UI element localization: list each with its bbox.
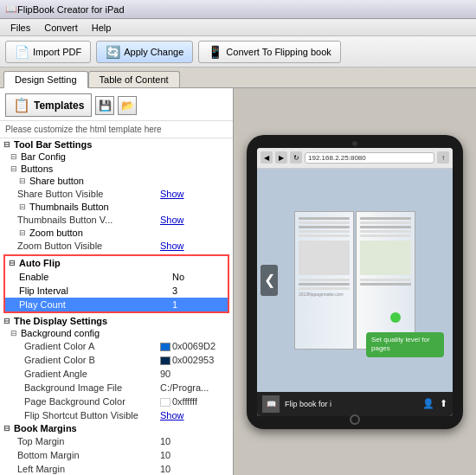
thumbnails-label: Thumbnails Button bbox=[29, 202, 109, 212]
app-icon: 📖 bbox=[5, 3, 17, 15]
bg-image-label: Background Image File bbox=[10, 382, 160, 393]
page-image-right bbox=[360, 241, 411, 275]
flipbook-title: Flip book for i bbox=[285, 400, 417, 408]
enable-value[interactable]: No bbox=[172, 272, 224, 282]
menu-convert[interactable]: Convert bbox=[37, 21, 85, 35]
import-pdf-button[interactable]: 📄 Import PDF bbox=[5, 41, 91, 63]
setting-thumbnails-visible: Thumbnails Button V... Show bbox=[0, 213, 233, 227]
tree-buttons[interactable]: ⊟ Buttons bbox=[0, 163, 233, 175]
tab-content[interactable]: Table of Content bbox=[88, 71, 180, 87]
import-icon: 📄 bbox=[15, 45, 29, 59]
share-visible-value[interactable]: Show bbox=[160, 189, 229, 199]
setting-gradient-b: Gradient Color B 0x002953 bbox=[0, 353, 233, 367]
page-right bbox=[356, 211, 415, 350]
apply-change-label: Apply Change bbox=[124, 47, 183, 57]
flipbook-share-icon[interactable]: ⬆ bbox=[440, 398, 447, 409]
templates-header: 📋 Templates 💾 📂 bbox=[0, 88, 233, 121]
tree-bar-config[interactable]: ⊟ Bar Config bbox=[0, 151, 233, 163]
interval-label: Flip Interval bbox=[9, 286, 172, 296]
flipbook-person-icon[interactable]: 👤 bbox=[422, 398, 434, 409]
tree-book-margins[interactable]: ⊟ Book Margins bbox=[0, 422, 233, 434]
ipad-browser-bar: ◀ ▶ ↻ 192.168.2.25:8080 ↑ bbox=[257, 148, 453, 169]
customize-text: Please customize the html template here bbox=[0, 121, 233, 138]
templates-icon: 📋 bbox=[13, 97, 30, 113]
convert-button[interactable]: 📱 Convert To Flipping book bbox=[198, 41, 340, 63]
flip-shortcut-value[interactable]: Show bbox=[160, 410, 229, 420]
ipad-frame: ◀ ▶ ↻ 192.168.2.25:8080 ↑ ❮ bbox=[247, 135, 463, 429]
tree-share-button[interactable]: ⊟ Share button bbox=[0, 175, 233, 187]
top-margin-label: Top Margin bbox=[10, 436, 160, 446]
apply-change-button[interactable]: 🔄 Apply Change bbox=[96, 41, 193, 63]
tree-display-settings[interactable]: ⊟ The Display Settings bbox=[0, 315, 233, 327]
left-margin-value: 10 bbox=[160, 464, 229, 474]
book-margins-label: Book Margins bbox=[14, 423, 77, 433]
title-bar: 📖 FlipBook Creator for iPad bbox=[0, 0, 476, 19]
menu-bar: Files Convert Help bbox=[0, 19, 476, 36]
prev-page-button[interactable]: ❮ bbox=[261, 265, 278, 296]
tree-thumbnails-button[interactable]: ⊟ Thumbnails Button bbox=[0, 201, 233, 213]
ipad-home-button[interactable] bbox=[350, 414, 360, 425]
zoom-visible-value[interactable]: Show bbox=[160, 241, 229, 251]
page-url: 2013flippagemake.com bbox=[299, 292, 350, 297]
gradient-angle-label: Gradient Angle bbox=[10, 369, 160, 379]
ipad-content: ❮ bbox=[257, 169, 453, 392]
left-margin-label: Left Margin bbox=[10, 464, 160, 474]
tree-bg-config[interactable]: ⊟ Background config bbox=[0, 327, 233, 339]
tree-zoom-button[interactable]: ⊟ Zoom button bbox=[0, 227, 233, 239]
page-bg-swatch bbox=[160, 398, 170, 407]
setting-top-margin: Top Margin 10 bbox=[0, 434, 233, 448]
page-left: 2013flippagemake.com bbox=[294, 211, 354, 350]
tree-toolbar-settings[interactable]: ⊟ Tool Bar Settings bbox=[0, 138, 233, 151]
browser-refresh[interactable]: ↻ bbox=[290, 151, 302, 164]
gradient-b-label: Gradient Color B bbox=[10, 355, 160, 365]
settings-panel[interactable]: ⊟ Tool Bar Settings ⊟ Bar Config ⊟ Butto… bbox=[0, 138, 233, 475]
browser-share[interactable]: ↑ bbox=[437, 151, 449, 164]
page-bg-value: 0xffffff bbox=[160, 396, 229, 407]
share-button-label: Share button bbox=[29, 176, 84, 186]
browser-url[interactable]: 192.168.2.25:8080 bbox=[305, 152, 434, 164]
load-template-button[interactable]: 📂 bbox=[118, 96, 137, 115]
expand-icon: ⊟ bbox=[3, 140, 12, 149]
ipad-screen: ◀ ▶ ↻ 192.168.2.25:8080 ↑ ❮ bbox=[257, 148, 453, 416]
bottom-margin-value: 10 bbox=[160, 450, 229, 460]
thumbnails-visible-value[interactable]: Show bbox=[160, 215, 229, 225]
page-bg-label: Page Background Color bbox=[10, 396, 160, 407]
auto-flip-header[interactable]: ⊟ Auto Flip bbox=[5, 256, 228, 270]
gradient-a-label: Gradient Color A bbox=[10, 341, 160, 351]
flipbook-bar: 📖 Flip book for i 👤 ⬆ bbox=[257, 392, 453, 416]
bg-image-value: C:/Progra... bbox=[160, 382, 229, 393]
expand-icon-display: ⊟ bbox=[3, 317, 12, 325]
gradient-b-value: 0x002953 bbox=[160, 355, 229, 365]
tab-bar: Design Setting Table of Content bbox=[0, 67, 476, 88]
save-template-button[interactable]: 💾 bbox=[95, 96, 114, 115]
interval-value[interactable]: 3 bbox=[172, 286, 224, 296]
expand-icon-share: ⊟ bbox=[19, 177, 28, 185]
toolbar: 📄 Import PDF 🔄 Apply Change 📱 Convert To… bbox=[0, 36, 476, 67]
auto-flip-label: Auto Flip bbox=[19, 258, 61, 268]
tab-design[interactable]: Design Setting bbox=[3, 71, 88, 88]
gradient-a-value: 0x0069D2 bbox=[160, 341, 229, 351]
book-area: ❮ bbox=[257, 169, 453, 392]
play-count-value[interactable]: 1 bbox=[172, 299, 224, 310]
auto-flip-interval-row: Flip Interval 3 bbox=[5, 284, 228, 298]
bg-config-label: Background config bbox=[21, 328, 100, 338]
book-pages: 2013flippagemake.com bbox=[294, 211, 415, 350]
templates-button[interactable]: 📋 Templates bbox=[5, 93, 92, 117]
display-settings-label: The Display Settings bbox=[14, 316, 107, 326]
setting-left-margin: Left Margin 10 bbox=[0, 462, 233, 475]
flip-shortcut-label: Flip Shortcut Button Visible bbox=[10, 410, 160, 420]
expand-icon-bar: ⊟ bbox=[10, 152, 19, 161]
setting-share-visible: Share Button Visible Show bbox=[0, 187, 233, 201]
buttons-label: Buttons bbox=[21, 164, 53, 174]
menu-files[interactable]: Files bbox=[3, 21, 37, 35]
main-content: 📋 Templates 💾 📂 Please customize the htm… bbox=[0, 88, 476, 475]
toolbar-settings-label: Tool Bar Settings bbox=[14, 139, 92, 150]
auto-flip-count-row[interactable]: Play Count 1 bbox=[5, 298, 228, 311]
browser-forward[interactable]: ▶ bbox=[275, 151, 287, 164]
gradient-b-swatch bbox=[160, 356, 170, 365]
menu-help[interactable]: Help bbox=[85, 21, 119, 35]
browser-back[interactable]: ◀ bbox=[261, 151, 273, 164]
expand-icon-margins: ⊟ bbox=[3, 424, 12, 433]
bar-config-label: Bar Config bbox=[21, 151, 66, 162]
setting-zoom-visible: Zoom Button Visible Show bbox=[0, 239, 233, 253]
